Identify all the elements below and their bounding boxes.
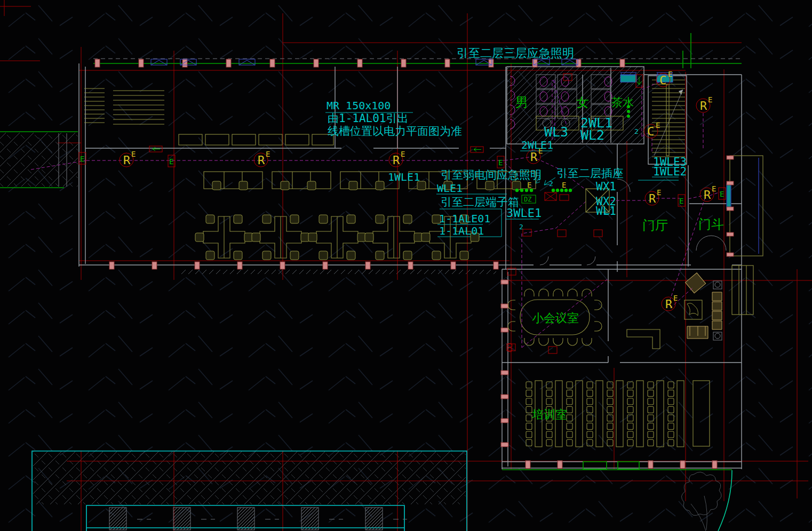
svg-text:E: E (668, 70, 672, 78)
wall-stub (365, 262, 370, 269)
conductor-count: 2 (549, 180, 553, 188)
label-circuit-3wle1: 3WLE1 (506, 206, 542, 220)
svg-text:E: E (401, 150, 405, 158)
wall-stub (489, 59, 493, 67)
wall-stub (727, 207, 734, 211)
svg-text:R: R (665, 297, 673, 311)
svg-text:E: E (266, 150, 270, 158)
wall-stub (451, 262, 456, 269)
conductor-count: 2 (634, 127, 639, 135)
label-panel-1-1al01: 1-1AL01 (439, 224, 484, 237)
svg-text:R: R (393, 154, 400, 167)
wall-stub (576, 59, 581, 67)
wall-stub (152, 262, 157, 269)
wall-stub (501, 304, 508, 308)
label-circuit-wl2: WL2 (580, 127, 604, 143)
wall-stub (357, 59, 362, 67)
svg-text:E: E (80, 155, 84, 163)
wall-stub (727, 181, 734, 185)
svg-text:C: C (647, 125, 654, 138)
label-circuit-1wle2: 1WLE2 (653, 165, 687, 178)
svg-text:R: R (258, 154, 265, 167)
svg-text:E: E (131, 150, 136, 158)
wall-stub (323, 262, 328, 269)
label-circuit-wl1: WL1 (596, 205, 616, 218)
wall-stub (501, 419, 508, 423)
svg-text:E: E (498, 158, 503, 167)
svg-text:R: R (704, 188, 711, 202)
label-circuit-2wle1: 2WLE1 (521, 139, 553, 151)
label-circuit-wle1: WLE1 (437, 182, 463, 195)
wall-stub (270, 59, 275, 67)
wall-stub (493, 262, 498, 269)
label-mr-spec: MR 150x100 (327, 99, 391, 112)
svg-text:E: E (657, 188, 661, 197)
wall-stub (501, 280, 508, 284)
wire-e-label: E (562, 181, 566, 189)
label-room-lobby: 门厅 (642, 218, 668, 233)
label-room-meeting: 小会议室 (532, 311, 579, 325)
wall-stub (712, 461, 717, 469)
label-circuit-wl3: WL3 (544, 124, 568, 140)
wall-stub (237, 262, 242, 269)
wiring-dot (515, 189, 519, 192)
wiring-dot (569, 189, 572, 192)
terrace-column (109, 508, 126, 530)
label-weak-room: 引至弱电间应急照明 (441, 168, 542, 181)
label-circuit-1wle1: 1WLE1 (388, 171, 420, 183)
label-dz-box: DZ (524, 196, 531, 203)
wall-stub (680, 461, 685, 469)
wall-stub (314, 59, 319, 67)
label-top-emergency: 引至二层三层应急照明 (457, 46, 574, 60)
wall-stub (558, 461, 562, 469)
svg-text:R: R (700, 99, 707, 112)
label-room-vestibule: 门斗 (698, 217, 724, 232)
wiring-dot (627, 110, 630, 113)
wall-stub (501, 442, 508, 447)
wall-stub (95, 59, 100, 67)
svg-text:E: E (656, 121, 660, 130)
wall-stub (401, 59, 406, 67)
label-room-tea: 茶水 (611, 96, 634, 109)
wiring-dot (552, 189, 555, 192)
wall-stub (501, 395, 508, 399)
svg-text:E: E (169, 157, 173, 166)
wall-stub (109, 262, 114, 269)
wiring-dot (556, 189, 559, 192)
wall-stub (408, 262, 413, 269)
svg-text:C: C (659, 74, 666, 87)
svg-text:E: E (673, 294, 678, 302)
svg-text:E: E (708, 95, 712, 104)
terrace-column (173, 508, 190, 530)
wall-stub (727, 156, 734, 159)
wall-stub (195, 262, 200, 269)
wall-stub (620, 59, 625, 67)
wall-stub (526, 461, 530, 469)
label-room-male: 男 (515, 95, 528, 110)
cad-viewport[interactable]: RERERERERERERERECECEEEEEEEE222 引至二层三层应急照… (0, 0, 812, 531)
label-mr-from: 由1-1AL01引出 (328, 112, 409, 125)
svg-text:E: E (679, 197, 683, 205)
svg-text:R: R (530, 150, 538, 164)
label-room-female: 女 (576, 95, 589, 110)
label-room-training: 培训室 (532, 408, 567, 421)
svg-text:E: E (720, 190, 724, 198)
label-to-sockets: 引至二层插座 (556, 167, 624, 180)
svg-text:E: E (712, 184, 716, 193)
label-panel-1-1ale01: 1-1ALE01 (439, 212, 490, 225)
wall-stub (727, 232, 734, 236)
wall-stub (501, 328, 508, 332)
wall-stub (280, 262, 285, 269)
wiring-dot (627, 115, 630, 118)
wall-stub (226, 59, 231, 67)
svg-text:R: R (123, 154, 131, 167)
wall-stub (501, 371, 508, 375)
svg-text:R: R (649, 192, 656, 205)
wiring-dot (520, 189, 523, 192)
terrace-column (365, 508, 383, 530)
wall-stub (445, 59, 450, 67)
floor-plan-drawing: RERERERERERERERECECEEEEEEEE222 引至二层三层应急照… (0, 0, 812, 531)
wire-e-label: E (527, 181, 531, 189)
wall-stub (727, 253, 734, 256)
label-mr-note: 线槽位置以电力平面图为准 (328, 125, 462, 138)
